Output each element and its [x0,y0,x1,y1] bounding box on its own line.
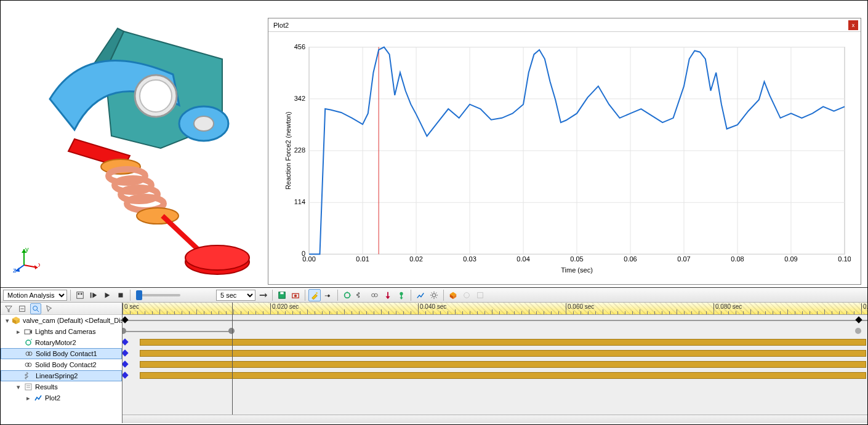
animation-wizard-icon[interactable] [308,289,321,301]
track-plot[interactable] [123,392,867,403]
tree-item-label: Plot2 [45,394,60,402]
timeline-scrollbar[interactable] [123,415,867,423]
tree-item-label: Lights and Cameras [35,328,95,335]
tree-item-label: Results [35,383,58,391]
axis-triad: x y z [13,247,40,275]
loop-forward-icon[interactable] [257,289,269,301]
motion-tree[interactable]: ▾ valve_cam (Default) <Default_Displa ▸L… [1,303,123,423]
svg-point-3 [140,80,172,112]
zoom-keys-icon[interactable] [30,303,41,314]
play-from-start-icon[interactable] [87,289,100,301]
svg-point-5 [194,116,214,131]
svg-point-81 [432,293,435,296]
playback-slider[interactable] [136,294,180,296]
stop-icon[interactable] [115,289,127,301]
svg-rect-92 [25,330,30,334]
svg-point-75 [345,292,350,298]
tree-item-2[interactable]: Solid Body Contact1 [1,348,122,359]
svg-text:0.08: 0.08 [731,255,744,263]
tree-item-label: Solid Body Contact2 [35,361,97,368]
tree-item-3[interactable]: Solid Body Contact2 [1,359,122,370]
svg-point-88 [33,306,38,310]
save-animation-icon[interactable] [276,289,288,301]
tree-item-6[interactable]: ▸Plot2 [1,392,122,403]
force-icon[interactable] [382,289,394,301]
results-icon[interactable] [414,289,427,301]
contact-icon [24,360,33,369]
expander-icon[interactable]: ▸ [25,394,31,402]
expander-icon[interactable]: ▾ [6,317,9,325]
study-type-combo[interactable]: Motion Analysis [3,290,67,301]
spring-tool-icon[interactable] [355,289,367,301]
track-contact1[interactable] [123,348,867,359]
svg-point-12 [137,208,179,224]
svg-rect-61 [77,292,84,298]
svg-rect-70 [280,292,283,294]
sim-setup-icon[interactable] [460,289,473,301]
plot-title: Plot2 [271,22,848,29]
plot-window: Plot2 x 01142283424560.000.010.020.030.0… [268,18,861,285]
export-icon[interactable] [474,289,486,301]
snapshot-icon[interactable] [289,289,302,301]
svg-marker-78 [386,296,390,298]
svg-text:0.03: 0.03 [463,255,476,263]
expander-icon[interactable]: ▸ [15,328,22,336]
tree-item-5[interactable]: ▾Results [1,381,122,392]
motor-icon[interactable] [341,289,353,301]
svg-point-72 [294,294,297,296]
play-icon[interactable] [101,289,113,301]
svg-text:Reaction Force2 (newton): Reaction Force2 (newton) [284,112,292,190]
track-results[interactable] [123,381,867,392]
mass-props-icon[interactable] [447,289,459,301]
svg-marker-68 [265,293,268,297]
track-contact2[interactable] [123,359,867,370]
svg-text:114: 114 [294,198,305,205]
svg-text:456: 456 [294,43,305,50]
time-label: 0 sec [123,303,139,314]
svg-point-98 [28,363,31,367]
svg-text:Time (sec): Time (sec) [561,266,593,274]
svg-rect-62 [78,293,80,295]
close-icon[interactable]: x [848,20,858,30]
svg-point-73 [316,292,318,294]
svg-text:0.02: 0.02 [409,255,422,263]
svg-text:y: y [25,247,29,253]
filter-icon[interactable] [3,303,14,314]
tree-item-4[interactable]: LinearSpring2 [1,370,122,381]
svg-text:z: z [13,266,17,274]
tree-item-0[interactable]: ▸Lights and Cameras [1,326,122,337]
track-lights[interactable] [123,326,867,337]
autokey-icon[interactable] [322,289,334,301]
svg-point-79 [400,292,403,295]
viewport-3d[interactable]: x y z [1,1,265,287]
speed-combo[interactable]: 5 sec [216,290,255,301]
camera-icon [24,327,33,336]
time-ruler[interactable]: 0 sec0.020 sec0.040 sec0.060 sec0.080 se… [123,303,867,315]
contact-icon[interactable] [368,289,380,301]
select-icon[interactable] [44,303,55,314]
track-spring[interactable] [123,370,867,381]
svg-text:0.05: 0.05 [570,255,583,263]
plot-area[interactable]: 01142283424560.000.010.020.030.040.050.0… [268,32,861,284]
track-motor[interactable] [123,337,867,348]
collapse-icon[interactable] [17,303,28,314]
calculate-icon[interactable] [74,289,86,301]
tree-item-1[interactable]: RotaryMotor2 [1,337,122,348]
expander-icon[interactable]: ▾ [15,383,22,391]
playhead[interactable] [232,303,233,423]
tree-root[interactable]: ▾ valve_cam (Default) <Default_Displa [1,315,122,326]
plot-titlebar[interactable]: Plot2 x [268,18,861,32]
gravity-icon[interactable] [395,289,408,301]
svg-text:342: 342 [294,95,305,102]
track-assembly[interactable] [123,315,867,326]
timeline[interactable]: 0 sec0.020 sec0.040 sec0.060 sec0.080 se… [123,303,867,423]
plot-icon [34,394,42,402]
svg-text:0.10: 0.10 [838,255,851,263]
settings-icon[interactable] [428,289,440,301]
svg-rect-86 [478,292,483,298]
spring-icon [25,371,33,380]
tree-item-label: RotaryMotor2 [35,339,76,346]
svg-rect-63 [81,293,82,295]
tree-root-label: valve_cam (Default) <Default_Displa [23,317,123,324]
svg-text:x: x [38,261,40,268]
